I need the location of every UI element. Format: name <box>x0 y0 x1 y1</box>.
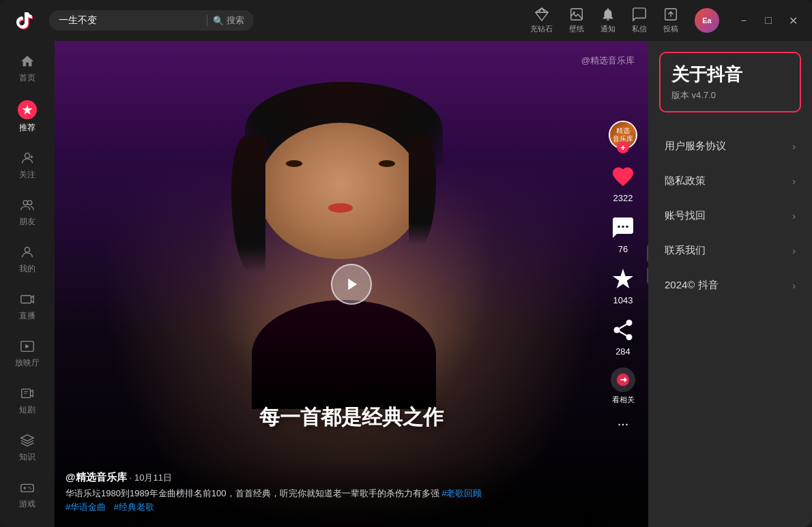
maximize-button[interactable]: □ <box>760 12 777 29</box>
close-button[interactable]: ✕ <box>785 12 801 29</box>
account-recover-chevron: › <box>792 211 796 222</box>
svg-point-13 <box>618 226 620 228</box>
share-icon <box>609 316 637 344</box>
charge-label: 充钻石 <box>530 24 553 34</box>
scroll-down-button[interactable] <box>647 267 648 284</box>
home-icon <box>19 53 35 70</box>
live-icon <box>19 291 35 307</box>
share-count: 284 <box>615 346 630 357</box>
contact-label: 联系我们 <box>665 244 706 257</box>
menu-account-recover[interactable]: 账号找回 › <box>648 198 812 233</box>
video-author: @精选音乐库 · 10月11日 <box>66 471 637 484</box>
sidebar-item-cinema[interactable]: 放映厅 <box>3 331 51 376</box>
hashtag-0[interactable]: #老歌回顾 <box>441 488 482 498</box>
cinema-label: 放映厅 <box>15 357 40 369</box>
play-button[interactable] <box>331 264 372 305</box>
see-related-icon <box>611 367 635 392</box>
svg-point-3 <box>25 153 29 158</box>
sidebar-item-friends[interactable]: 朋友 <box>3 190 51 235</box>
sidebar-item-drama[interactable]: 短剧 <box>3 378 51 423</box>
message-icon <box>632 7 647 22</box>
toolbar: 充钻石 壁纸 通知 <box>530 7 719 34</box>
toolbar-wallpaper[interactable]: 壁纸 <box>569 7 584 34</box>
app-container: 🔍 搜索 充钻石 <box>0 0 812 527</box>
svg-point-6 <box>25 247 29 252</box>
hashtag-2[interactable]: #经典老歌 <box>114 502 154 512</box>
scroll-controls <box>647 245 648 284</box>
recommend-label: 推荐 <box>19 122 35 134</box>
sidebar-item-mine[interactable]: 我的 <box>3 237 51 282</box>
svg-point-11 <box>29 487 30 488</box>
menu-user-service[interactable]: 用户服务协议 › <box>648 129 812 164</box>
user-service-label: 用户服务协议 <box>665 140 726 153</box>
bell-icon <box>600 7 615 22</box>
about-title: 关于抖音 <box>671 63 789 87</box>
message-label: 私信 <box>632 24 647 34</box>
collect-button[interactable]: 1043 <box>609 265 637 305</box>
search-button[interactable]: 🔍 搜索 <box>213 14 244 27</box>
games-label: 游戏 <box>19 498 35 510</box>
drama-label: 短剧 <box>19 404 35 416</box>
copyright-label: 2024© 抖音 <box>665 279 719 292</box>
sidebar-item-live[interactable]: 直播 <box>3 284 51 329</box>
privacy-label: 隐私政策 <box>665 175 706 187</box>
comment-button[interactable]: 76 <box>609 214 637 254</box>
like-button[interactable]: 2322 <box>609 163 637 203</box>
about-menu-list: 用户服务协议 › 隐私政策 › 账号找回 › 联系我们 › 2024© 抖音 <box>648 123 812 527</box>
title-bar: 🔍 搜索 充钻石 <box>0 0 812 41</box>
toolbar-message[interactable]: 私信 <box>632 7 647 34</box>
share-button[interactable]: 284 <box>609 316 637 357</box>
menu-contact[interactable]: 联系我们 › <box>648 233 812 268</box>
copyright-chevron: › <box>792 280 796 291</box>
home-label: 首页 <box>19 72 35 84</box>
sidebar-item-games[interactable]: 游戏 <box>3 472 51 517</box>
games-icon <box>19 479 35 496</box>
sidebar-item-knowledge[interactable]: 知识 <box>3 425 51 470</box>
right-panel: 关于抖音 版本 v4.7.0 用户服务协议 › 隐私政策 › 账号找回 › 联系… <box>648 41 812 527</box>
recommend-active-bg <box>18 100 37 119</box>
see-related-button[interactable]: 看相关 <box>611 367 635 405</box>
menu-privacy[interactable]: 隐私政策 › <box>648 164 812 198</box>
window-controls: － □ ✕ <box>736 12 801 29</box>
toolbar-charge[interactable]: 充钻石 <box>530 7 553 34</box>
user-avatar[interactable]: Ea <box>695 8 719 33</box>
svg-point-12 <box>30 488 31 490</box>
hashtag-1[interactable]: #华语金曲 <box>66 502 106 512</box>
svg-point-16 <box>626 320 633 326</box>
minimize-button[interactable]: － <box>736 12 752 29</box>
search-btn-label: 搜索 <box>227 14 244 27</box>
video-area: @精选音乐库 精选 音乐库 + <box>55 41 648 527</box>
svg-rect-7 <box>21 296 31 303</box>
friends-icon <box>19 197 35 213</box>
svg-point-14 <box>622 226 624 228</box>
main-content: 首页 推荐 关注 <box>0 41 812 527</box>
follow-plus-badge[interactable]: + <box>617 141 629 153</box>
menu-copyright[interactable]: 2024© 抖音 › <box>648 268 812 303</box>
sidebar-item-recommend[interactable]: 推荐 <box>3 93 51 140</box>
privacy-chevron: › <box>792 176 796 187</box>
video-info: @精选音乐库 · 10月11日 华语乐坛1980到1989年金曲榜排名前100，… <box>55 460 648 527</box>
wallpaper-icon <box>569 7 584 22</box>
sidebar-item-follow[interactable]: 关注 <box>3 143 51 187</box>
search-input[interactable] <box>59 15 201 26</box>
svg-point-1 <box>573 12 575 14</box>
video-subtitle: 每一首都是经典之作 <box>55 404 648 432</box>
star-collect-icon <box>609 265 637 292</box>
mine-icon <box>19 244 35 260</box>
toolbar-upload[interactable]: 投稿 <box>663 7 678 34</box>
action-bar: 精选 音乐库 + 2322 <box>609 121 637 432</box>
author-avatar-stack[interactable]: 精选 音乐库 + <box>609 121 637 149</box>
scroll-up-button[interactable] <box>647 245 648 262</box>
sidebar-item-home[interactable]: 首页 <box>3 46 51 91</box>
mine-label: 我的 <box>19 263 35 275</box>
comment-count: 76 <box>618 244 628 254</box>
friends-label: 朋友 <box>19 216 35 228</box>
svg-rect-10 <box>21 484 33 492</box>
knowledge-label: 知识 <box>19 451 35 463</box>
star-count: 1043 <box>613 295 633 305</box>
search-divider <box>207 15 207 26</box>
live-label: 直播 <box>19 310 35 322</box>
sidebar: 首页 推荐 关注 <box>0 41 55 527</box>
toolbar-notify[interactable]: 通知 <box>600 7 615 34</box>
video-date: · 10月11日 <box>130 472 172 483</box>
